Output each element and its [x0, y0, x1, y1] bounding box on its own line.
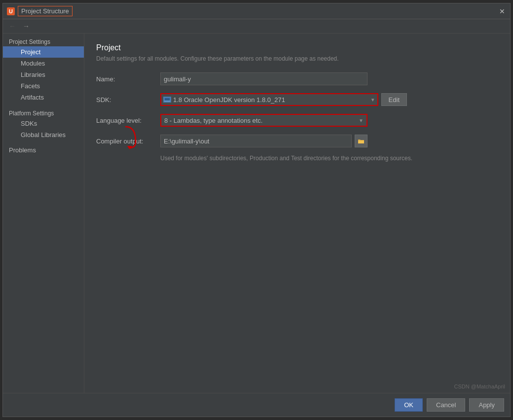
svg-marker-3 — [127, 146, 132, 149]
compiler-note: Used for modules' subdirectories, Produc… — [96, 155, 498, 162]
main-panel: Project Default settings for all modules… — [84, 34, 510, 393]
watermark: CSDN @MatchaApril — [454, 384, 505, 389]
nav-bar: ← → — [3, 19, 510, 34]
sidebar-item-artifacts[interactable]: Artifacts — [3, 92, 84, 103]
sidebar-item-sdks[interactable]: SDKs — [3, 118, 84, 129]
close-button[interactable]: ✕ — [498, 7, 506, 15]
name-label: Name: — [96, 75, 160, 83]
sidebar-item-problems[interactable]: Problems — [3, 144, 84, 156]
titlebar-title-container: Project Structure — [18, 6, 73, 16]
panel-description: Default settings for all modules. Config… — [96, 55, 498, 62]
project-settings-section-label: Project Settings — [3, 35, 84, 46]
apply-button[interactable]: Apply — [469, 398, 504, 412]
language-level-label: Language level: — [96, 117, 160, 124]
titlebar-left: U Project Structure — [7, 6, 73, 16]
sdk-label: SDK: — [96, 96, 160, 104]
sdk-icon — [163, 97, 171, 103]
titlebar: U Project Structure ✕ — [3, 3, 510, 19]
platform-settings-section-label: Platform Settings — [3, 107, 84, 118]
back-button[interactable]: ← — [7, 21, 18, 31]
folder-icon — [358, 138, 365, 144]
folder-browse-button[interactable] — [355, 135, 367, 147]
sdk-dropdown[interactable]: 1.8 Oracle OpenJDK version 1.8.0_271 ▼ — [160, 93, 378, 106]
app-icon: U — [7, 7, 15, 15]
sdk-value: 1.8 Oracle OpenJDK version 1.8.0_271 — [173, 96, 368, 104]
sidebar-item-global-libraries[interactable]: Global Libraries — [3, 129, 84, 140]
titlebar-title: Project Structure — [21, 7, 69, 15]
ok-button[interactable]: OK — [395, 398, 423, 412]
sidebar-item-project[interactable]: Project — [3, 46, 84, 58]
panel-title: Project — [96, 43, 498, 52]
compiler-output-label: Compiler output: — [96, 138, 160, 145]
compiler-output-row: Compiler output: — [96, 134, 498, 148]
name-control — [160, 72, 367, 85]
content-area: Project Settings Project Modules Librari… — [3, 34, 510, 393]
sidebar-item-facets[interactable]: Facets — [3, 80, 84, 92]
sdk-row: SDK: 1.8 Oracle OpenJDK version 1.8.0_27… — [96, 93, 498, 106]
language-level-value: 8 - Lambdas, type annotations etc. — [164, 117, 359, 124]
name-input[interactable] — [160, 72, 367, 85]
language-level-arrow: ▼ — [359, 118, 364, 123]
compiler-output-control — [160, 135, 367, 147]
compiler-output-input[interactable] — [160, 135, 352, 147]
annotation-arrow — [111, 124, 141, 149]
forward-button[interactable]: → — [21, 21, 32, 31]
sdk-control: 1.8 Oracle OpenJDK version 1.8.0_271 ▼ E… — [160, 93, 407, 106]
name-row: Name: — [96, 72, 498, 86]
cancel-button[interactable]: Cancel — [427, 398, 465, 412]
edit-sdk-button[interactable]: Edit — [381, 93, 407, 106]
project-structure-dialog: U Project Structure ✕ ← → Project Settin… — [2, 3, 511, 417]
footer: OK Cancel Apply — [3, 393, 510, 417]
svg-rect-2 — [164, 101, 170, 102]
sidebar-item-modules[interactable]: Modules — [3, 58, 84, 69]
sdk-dropdown-arrow: ▼ — [370, 97, 375, 103]
sidebar-item-libraries[interactable]: Libraries — [3, 69, 84, 80]
language-level-row: Language level: 8 - Lambdas, type annota… — [96, 113, 498, 127]
sidebar: Project Settings Project Modules Librari… — [3, 34, 84, 393]
language-level-dropdown[interactable]: 8 - Lambdas, type annotations etc. ▼ — [160, 114, 367, 127]
